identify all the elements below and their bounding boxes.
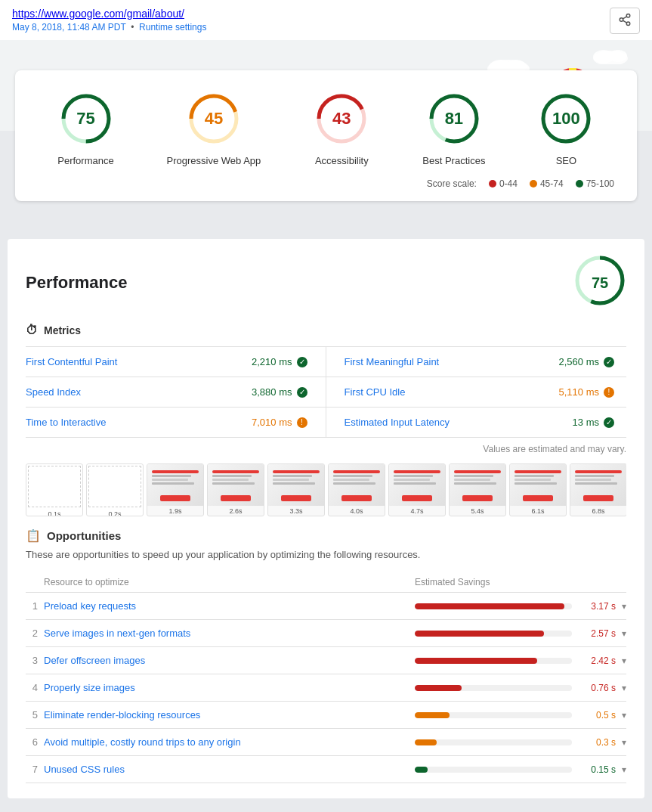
filmstrip-frame[interactable]: 4.0s	[328, 463, 385, 516]
metric-name: First Contentful Paint	[26, 356, 117, 367]
score-value-seo: 100	[552, 109, 580, 129]
opp-row: 5 Eliminate render-blocking resources 0.…	[26, 702, 626, 729]
opp-name: Properly size images	[44, 682, 135, 693]
runtime-settings-link[interactable]: Runtime settings	[139, 22, 206, 33]
opp-icon: 📋	[26, 528, 41, 543]
opp-description: These are opportunities to speed up your…	[26, 549, 626, 560]
score-label-seo: SEO	[556, 155, 576, 166]
score-label-accessibility: Accessibility	[315, 155, 369, 166]
metric-name: First Meaningful Paint	[345, 356, 440, 367]
svg-point-1	[620, 18, 623, 22]
opp-name: Unused CSS rules	[44, 764, 125, 775]
score-item-accessibility[interactable]: 43 Accessibility	[311, 88, 372, 166]
opp-rows: 1 Preload key requests 3.17 s ▾ 2 Serve …	[26, 593, 626, 783]
clock-icon: ⏱	[26, 324, 38, 337]
filmstrip-frame[interactable]: 4.7s	[388, 463, 446, 516]
timestamp: May 8, 2018, 11:48 AM PDT	[12, 22, 126, 33]
score-item-pwa[interactable]: 45 Progressive Web App	[167, 88, 261, 166]
svg-point-10	[609, 50, 627, 62]
filmstrip-frame[interactable]: 5.4s	[449, 463, 506, 516]
filmstrip-frame[interactable]: 0.1s	[26, 463, 83, 516]
opp-row: 1 Preload key requests 3.17 s ▾	[26, 593, 626, 620]
opp-name: Eliminate render-blocking resources	[44, 709, 200, 721]
chevron-icon[interactable]: ▾	[622, 710, 626, 721]
opp-bar-container	[415, 658, 572, 664]
opp-bar	[415, 685, 462, 691]
opp-num: 3	[26, 655, 38, 666]
scale-orange: 45-74	[530, 178, 564, 189]
opp-row-right: 2.57 s ▾	[415, 628, 626, 639]
chevron-icon[interactable]: ▾	[622, 628, 626, 639]
page-url[interactable]: https://www.google.com/gmail/about/	[12, 8, 206, 20]
opp-row-left: 5 Eliminate render-blocking resources	[26, 709, 415, 721]
score-scale: Score scale: 0-44 45-74 75-100	[30, 178, 622, 189]
opp-name: Avoid multiple, costly round trips to an…	[44, 736, 241, 748]
filmstrip-frame[interactable]: 2.6s	[207, 463, 264, 516]
filmstrip-frame[interactable]: 0.2s	[86, 463, 144, 516]
metric-name: Time to Interactive	[26, 417, 106, 428]
score-label-best-practices: Best Practices	[422, 155, 485, 166]
metric-value: 2,560 ms ✓	[559, 356, 614, 367]
opp-row: 7 Unused CSS rules 0.15 s ▾	[26, 756, 626, 783]
chevron-icon[interactable]: ▾	[622, 683, 626, 693]
score-item-performance[interactable]: 75 Performance	[56, 88, 116, 166]
filmstrip: 0.1s0.2s 1.9s 2.6s	[26, 463, 626, 516]
opp-table-header: Resource to optimize Estimated Savings	[26, 572, 626, 593]
opp-savings: 2.57 s	[578, 628, 616, 639]
filmstrip-frame[interactable]: 6.8s	[570, 463, 626, 516]
opp-savings: 0.15 s	[578, 764, 616, 775]
metric-row-3: First CPU Idle 5,110 ms !	[326, 377, 627, 408]
opp-row-left: 7 Unused CSS rules	[26, 764, 415, 775]
opp-row-right: 0.15 s ▾	[415, 764, 626, 775]
filmstrip-frame[interactable]: 3.3s	[267, 463, 325, 516]
scale-dot-orange	[530, 180, 537, 188]
score-label-pwa: Progressive Web App	[167, 155, 261, 166]
opp-row: 2 Serve images in next-gen formats 2.57 …	[26, 620, 626, 647]
chevron-icon[interactable]: ▾	[622, 737, 626, 748]
opp-header: 📋 Opportunities	[26, 528, 626, 543]
opp-row-left: 3 Defer offscreen images	[26, 655, 415, 666]
opp-row: 3 Defer offscreen images 2.42 s ▾	[26, 647, 626, 674]
filmstrip-frame[interactable]: 1.9s	[147, 463, 204, 516]
opp-savings: 3.17 s	[578, 601, 616, 612]
opp-row-left: 1 Preload key requests	[26, 600, 415, 612]
metric-value: 2,210 ms ✓	[252, 356, 307, 367]
score-item-seo[interactable]: 100 SEO	[536, 88, 596, 166]
opp-name: Preload key requests	[44, 600, 136, 612]
score-circle-best-practices: 81	[424, 88, 484, 149]
opp-row: 4 Properly size images 0.76 s ▾	[26, 674, 626, 702]
metric-name: Estimated Input Latency	[345, 417, 450, 428]
performance-title: Performance 75	[26, 254, 626, 311]
score-item-best-practices[interactable]: 81 Best Practices	[422, 88, 485, 166]
opp-num: 1	[26, 600, 38, 612]
status-dot-orange: !	[604, 387, 614, 398]
opp-bar	[415, 739, 437, 745]
chevron-icon[interactable]: ▾	[622, 655, 626, 666]
score-value-accessibility: 43	[332, 109, 351, 129]
status-dot-green: ✓	[604, 417, 614, 428]
metric-name: First CPU Idle	[345, 386, 406, 398]
opp-savings: 2.42 s	[578, 655, 616, 666]
metric-row-1: First Meaningful Paint 2,560 ms ✓	[326, 347, 627, 377]
performance-score-circle: 75	[573, 254, 626, 311]
scale-green: 75-100	[576, 178, 614, 189]
opp-row-right: 3.17 s ▾	[415, 601, 626, 612]
top-bar-left: https://www.google.com/gmail/about/ May …	[12, 8, 206, 33]
share-button[interactable]	[610, 8, 640, 34]
main-content: Performance 75 ⏱ Metrics First Contentfu…	[8, 239, 644, 798]
opp-savings: 0.76 s	[578, 683, 616, 693]
score-value-best-practices: 81	[445, 109, 463, 129]
opp-num: 7	[26, 764, 38, 775]
opportunities-section: 📋 Opportunities These are opportunities …	[26, 528, 626, 783]
opp-bar-container	[415, 603, 572, 609]
opp-name: Serve images in next-gen formats	[44, 628, 190, 639]
filmstrip-frame[interactable]: 6.1s	[509, 463, 567, 516]
metric-value: 3,880 ms ✓	[252, 386, 307, 398]
chevron-icon[interactable]: ▾	[622, 601, 626, 612]
opp-row-left: 6 Avoid multiple, costly round trips to …	[26, 736, 415, 748]
col-savings-label: Estimated Savings	[415, 577, 626, 587]
chevron-icon[interactable]: ▾	[622, 764, 626, 775]
score-circle-accessibility: 43	[311, 88, 372, 149]
opp-bar	[415, 658, 537, 664]
scale-red: 0-44	[489, 178, 518, 189]
